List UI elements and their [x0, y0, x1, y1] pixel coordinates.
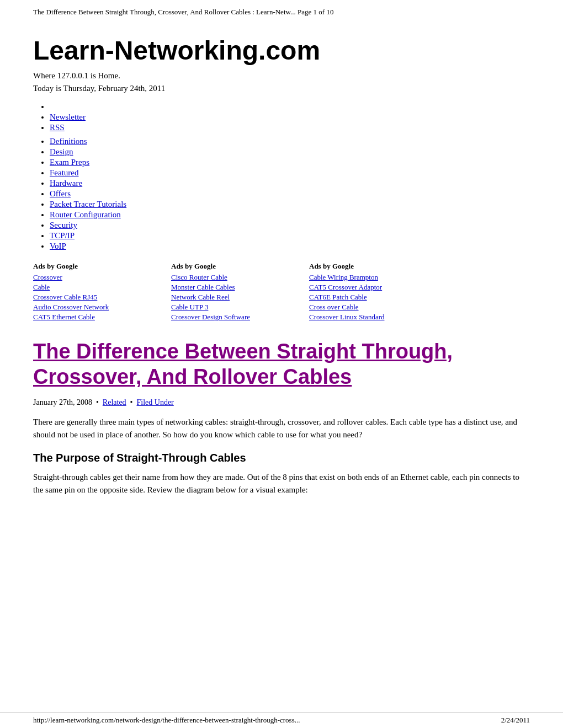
- nav-link-definitions[interactable]: Definitions: [50, 137, 87, 146]
- page-header-label: The Difference Between Straight Through,…: [33, 8, 333, 16]
- site-date: Today is Thursday, February 24th, 2011: [33, 84, 530, 93]
- footer-date: 2/24/2011: [501, 716, 530, 725]
- nav-link-tcpip[interactable]: TCP/IP: [50, 231, 75, 240]
- nav-link-rss[interactable]: RSS: [50, 123, 65, 132]
- nav-link-router-config[interactable]: Router Configuration: [50, 210, 121, 219]
- category-nav-list: Definitions Design Exam Preps Featured H…: [50, 137, 530, 251]
- ad-link-1-1[interactable]: Cable: [33, 283, 155, 292]
- ads-title-1: Ads by Google: [33, 262, 155, 271]
- nav-item-newsletter[interactable]: Newsletter: [50, 113, 530, 122]
- section1-heading: The Purpose of Straight-Through Cables: [33, 452, 530, 464]
- top-nav-list: Newsletter RSS: [50, 102, 530, 132]
- ad-link-3-3[interactable]: Cross over Cable: [309, 303, 431, 312]
- ads-column-1: Ads by Google Crossover Cable Crossover …: [33, 262, 155, 323]
- ad-link-1-0[interactable]: Crossover: [33, 273, 155, 282]
- ad-link-2-1[interactable]: Monster Cable Cables: [171, 283, 293, 292]
- nav-item-featured[interactable]: Featured: [50, 168, 530, 178]
- nav-link-offers[interactable]: Offers: [50, 189, 71, 198]
- ads-column-2: Ads by Google Cisco Router Cable Monster…: [171, 262, 293, 323]
- nav-link-security[interactable]: Security: [50, 221, 77, 229]
- ads-title-3: Ads by Google: [309, 262, 431, 271]
- nav-item-security[interactable]: Security: [50, 221, 530, 230]
- article-meta: January 27th, 2008 • Related • Filed Und…: [33, 398, 530, 407]
- ads-section: Ads by Google Crossover Cable Crossover …: [33, 262, 530, 323]
- ad-link-3-2[interactable]: CAT6E Patch Cable: [309, 293, 431, 302]
- article-title-link[interactable]: The Difference Between Straight Through,…: [33, 340, 453, 388]
- nav-link-newsletter[interactable]: Newsletter: [50, 113, 86, 121]
- site-title: Learn-Networking.com: [33, 35, 530, 66]
- nav-item-rss[interactable]: RSS: [50, 123, 530, 132]
- nav-item-definitions[interactable]: Definitions: [50, 137, 530, 146]
- page-footer: http://learn-networking.com/network-desi…: [0, 712, 563, 728]
- ad-link-1-3[interactable]: Audio Crossover Network: [33, 303, 155, 312]
- section1-text: Straight-through cables get their name f…: [33, 471, 530, 496]
- page-header-bar: The Difference Between Straight Through,…: [33, 6, 530, 19]
- ads-title-2: Ads by Google: [171, 262, 293, 271]
- nav-item-exam-preps[interactable]: Exam Preps: [50, 158, 530, 167]
- nav-item-voip[interactable]: VoIP: [50, 242, 530, 251]
- footer-url: http://learn-networking.com/network-desi…: [33, 716, 300, 725]
- nav-item-offers[interactable]: Offers: [50, 189, 530, 199]
- ad-link-2-2[interactable]: Network Cable Reel: [171, 293, 293, 302]
- nav-link-design[interactable]: Design: [50, 147, 73, 156]
- ad-link-3-0[interactable]: Cable Wiring Brampton: [309, 273, 431, 282]
- nav-link-featured[interactable]: Featured: [50, 168, 78, 177]
- nav-item-packet-tracer[interactable]: Packet Tracer Tutorials: [50, 200, 530, 209]
- nav-link-packet-tracer[interactable]: Packet Tracer Tutorials: [50, 200, 126, 208]
- site-tagline: Where 127.0.0.1 is Home.: [33, 71, 530, 81]
- ad-link-2-3[interactable]: Cable UTP 3: [171, 303, 293, 312]
- nav-item-router-config[interactable]: Router Configuration: [50, 210, 530, 220]
- nav-item-tcpip[interactable]: TCP/IP: [50, 231, 530, 240]
- nav-item-empty: [50, 102, 530, 111]
- article-title[interactable]: The Difference Between Straight Through,…: [33, 339, 530, 389]
- ad-link-2-4[interactable]: Crossover Design Software: [171, 313, 293, 322]
- article-related-link[interactable]: Related: [103, 398, 126, 406]
- ad-link-3-4[interactable]: Crossover Linux Standard: [309, 313, 431, 322]
- ads-column-3: Ads by Google Cable Wiring Brampton CAT5…: [309, 262, 431, 323]
- nav-link-hardware[interactable]: Hardware: [50, 179, 82, 188]
- article-date: January 27th, 2008: [33, 398, 92, 406]
- ad-link-1-2[interactable]: Crossover Cable RJ45: [33, 293, 155, 302]
- ad-link-3-1[interactable]: CAT5 Crossover Adaptor: [309, 283, 431, 292]
- nav-link-exam-preps[interactable]: Exam Preps: [50, 158, 89, 167]
- ad-link-1-4[interactable]: CAT5 Ethernet Cable: [33, 313, 155, 322]
- article-filed-link[interactable]: Filed Under: [137, 398, 174, 406]
- article-intro: There are generally three main types of …: [33, 416, 530, 441]
- nav-item-hardware[interactable]: Hardware: [50, 179, 530, 188]
- nav-item-design[interactable]: Design: [50, 147, 530, 157]
- ad-link-2-0[interactable]: Cisco Router Cable: [171, 273, 293, 282]
- nav-link-voip[interactable]: VoIP: [50, 242, 66, 250]
